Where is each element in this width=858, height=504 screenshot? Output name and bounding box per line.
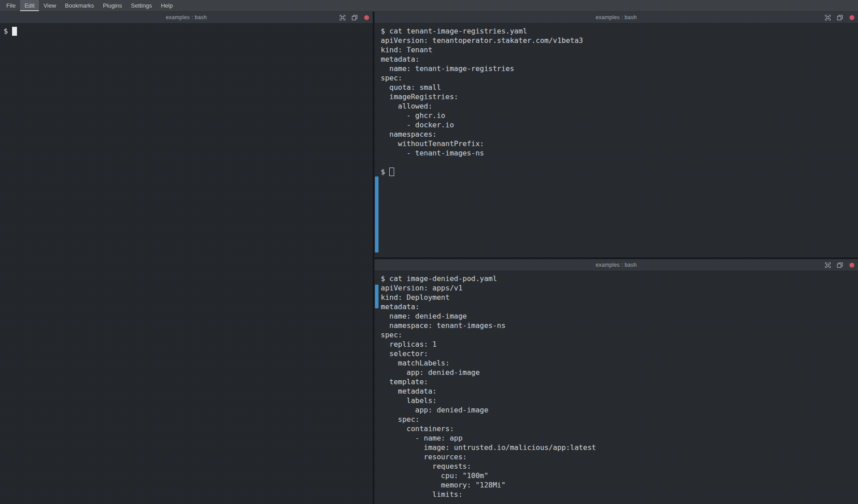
close-view-icon [850, 15, 854, 20]
terminal-cursor-solid [12, 27, 17, 36]
detach-view-icon [352, 15, 358, 21]
terminal-pane-left: examples : bash [0, 12, 373, 504]
terminal-pane-top-right: examples : bash [374, 12, 858, 257]
pane-header-buttons [824, 14, 858, 21]
pane-title: examples : bash [374, 262, 858, 268]
terminal-output: $ cat image-denied-pod.yaml apiVersion: … [374, 271, 858, 499]
terminal-output: $ cat tenant-image-registries.yaml apiVe… [374, 24, 858, 158]
maximize-view-button[interactable] [824, 261, 831, 269]
scrollbar-thumb[interactable] [375, 285, 379, 308]
prompt-line: $ [374, 167, 858, 176]
pane-title: examples : bash [0, 14, 373, 21]
pane-title: examples : bash [374, 14, 858, 21]
detach-view-button[interactable] [836, 14, 843, 21]
close-view-icon [850, 263, 854, 268]
split-divider-horizontal[interactable] [374, 257, 858, 259]
maximize-view-icon [825, 15, 831, 21]
maximize-view-button[interactable] [824, 14, 831, 21]
close-view-button[interactable] [848, 261, 855, 269]
terminal-window: FileEditViewBookmarksPluginsSettingsHelp… [0, 0, 858, 504]
prompt-symbol: $ [4, 26, 8, 36]
menu-bar: FileEditViewBookmarksPluginsSettingsHelp [0, 0, 858, 12]
detach-view-icon [837, 15, 843, 21]
menu-item-bookmarks[interactable]: Bookmarks [60, 0, 98, 11]
maximize-view-icon [825, 262, 831, 268]
menu-item-edit[interactable]: Edit [20, 0, 39, 11]
pane-header-top-right: examples : bash [374, 12, 858, 24]
scrollbar-track[interactable] [374, 24, 379, 257]
menu-item-plugins[interactable]: Plugins [98, 0, 126, 11]
detach-view-button[interactable] [351, 14, 358, 21]
scrollbar-track[interactable] [374, 271, 379, 504]
pane-header-bottom-right: examples : bash [374, 259, 858, 271]
maximize-view-icon [340, 15, 345, 21]
menu-item-settings[interactable]: Settings [126, 0, 156, 11]
terminal-content-top-right[interactable]: $ cat tenant-image-registries.yaml apiVe… [374, 24, 858, 257]
menu-item-view[interactable]: View [39, 0, 60, 11]
terminal-content-left[interactable]: $ [0, 24, 373, 504]
menu-item-file[interactable]: File [2, 0, 20, 11]
maximize-view-button[interactable] [339, 14, 346, 21]
pane-header-left: examples : bash [0, 12, 373, 24]
terminal-pane-bottom-right: examples : bash [374, 259, 858, 504]
pane-header-buttons [339, 14, 373, 21]
close-view-icon [364, 15, 369, 20]
menu-item-help[interactable]: Help [156, 0, 177, 11]
scrollbar-thumb[interactable] [375, 176, 379, 252]
pane-header-buttons [824, 261, 858, 269]
close-view-button[interactable] [848, 14, 855, 21]
detach-view-button[interactable] [836, 261, 843, 269]
prompt-symbol: $ [381, 167, 385, 176]
terminal-cursor-hollow [389, 168, 394, 176]
detach-view-icon [837, 262, 843, 268]
close-view-button[interactable] [363, 14, 370, 21]
prompt-line: $ [0, 24, 373, 36]
terminal-content-bottom-right[interactable]: $ cat image-denied-pod.yaml apiVersion: … [374, 271, 858, 504]
